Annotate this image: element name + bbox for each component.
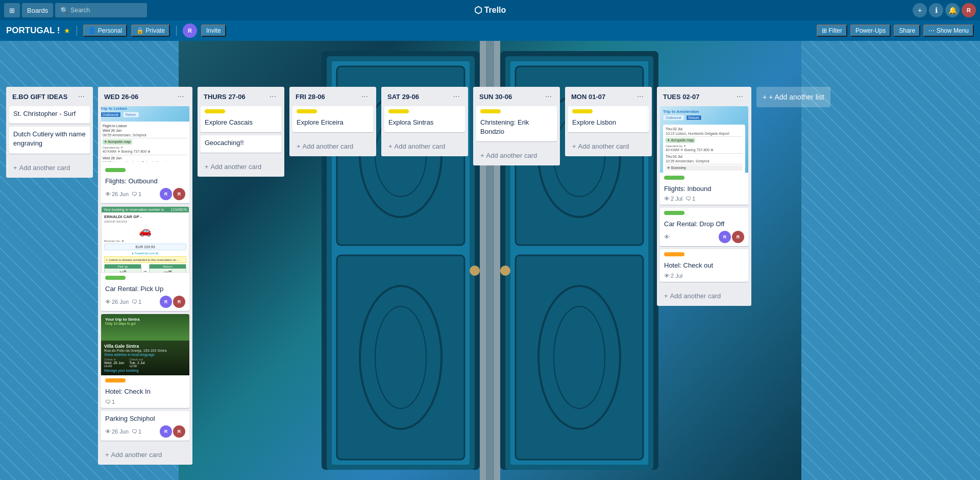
comment-icon: 🗨 1 [685,196,695,202]
add-list-button[interactable]: + + Add another list [756,87,830,107]
add-card-thurs[interactable]: + Add another card [201,160,281,174]
flight-image: Trip to Lisbon Outbound Return Flight to… [101,106,189,162]
card-label-sintras [388,109,409,113]
board-header-right: ⊞ Filter Power-Ups Share ⋯ Show Menu [817,25,974,37]
user-avatar[interactable]: R [962,3,976,17]
list-menu-mon[interactable]: ··· [635,91,646,102]
card-hotel-checkout[interactable]: Hotel: Check out 👁 2 Jul [660,249,748,281]
add-card-sat[interactable]: + Add another card [384,139,465,153]
home-icon: ⊞ [9,7,15,14]
list-menu-wed[interactable]: ··· [176,91,186,102]
card-dutch-cutlery[interactable]: Dutch Cutlery with name engraving [9,127,90,153]
list-fri: FRI 28-06 ··· Explore Ericeira + Add ano… [289,87,376,156]
list-cards-sat: Explora Sintras [381,104,468,137]
list-footer-sat: + Add another card [381,137,468,156]
card-geocaching[interactable]: Geocaching!! [201,135,281,153]
card-car-rental-pickup[interactable]: Your booking or reservation number is 12… [101,206,189,311]
nav-search-button[interactable]: 🔍 Search [55,3,147,17]
card-label-christening [480,109,501,113]
card-meta-parking: 👁 26 Jun 🗨 1 R R [105,425,185,438]
car-rental-image: Your booking or reservation number is 12… [101,206,189,273]
add-card-tues[interactable]: + Add another card [660,289,748,303]
share-button[interactable]: Share [894,25,920,37]
card-title-parking: Parking Schiphol [105,414,185,423]
visibility-badge[interactable]: 👤 Personal [83,25,127,37]
list-menu-tues[interactable]: ··· [734,91,745,102]
add-card-sun[interactable]: + Add another card [476,149,557,162]
card-flights-outbound[interactable]: Trip to Lisbon Outbound Return Flight to… [101,106,189,203]
add-card-wed[interactable]: + Add another card [101,448,189,462]
card-parking-schiphol[interactable]: Parking Schiphol 👁 26 Jun 🗨 1 R R [101,411,189,441]
card-avatars: R R [160,188,185,200]
card-flights-inbound[interactable]: Trip to Amsterdam Outbound Return Thu 02… [660,106,748,205]
plus-icon: + [572,142,576,150]
list-menu-fri[interactable]: ··· [359,91,370,102]
list-footer-ebo: + Add another card [6,159,93,178]
car-mock-image: Your booking or reservation number is 12… [101,206,189,273]
add-card-ebo[interactable]: + Add another card [9,161,90,175]
add-card-mon[interactable]: + Add another card [568,139,649,153]
add-card-fri[interactable]: + Add another card [292,139,373,153]
list-menu-sat[interactable]: ··· [451,91,462,102]
list-footer-fri: + Add another card [289,137,376,156]
card-christening[interactable]: Christening: Erik Bondzio [476,106,557,141]
privacy-badge[interactable]: 🔒 Private [131,25,170,37]
list-menu-thurs[interactable]: ··· [267,91,278,102]
list-mon: MON 01-07 ··· Explore Lisbon + Add anoth… [565,87,652,156]
card-label-ericeira [297,109,317,113]
boards-label: Boards [27,7,48,14]
card-meta-car: 👁 26 Jun 🗨 1 R R [105,296,185,308]
plus-icon: + [13,164,17,172]
visibility-icon: 👤 [88,27,96,34]
list-wed: WED 26-06 ··· Trip to Lisbon Outbound Re… [98,87,192,465]
bell-icon: 🔔 [948,6,957,14]
list-title-ebo: E.BO GIFT IDEAS [12,93,76,101]
nav-home-button[interactable]: ⊞ [4,3,20,17]
list-tues: TUES 02-07 ··· Trip to Amsterdam Outboun… [657,87,751,306]
notification-button[interactable]: 🔔 [945,3,960,17]
card-title-inbound: Flights: Inbound [664,184,744,194]
card-meta-checkout: 👁 2 Jul [664,273,744,279]
power-ups-button[interactable]: Power-Ups [850,25,891,37]
card-title: St. Christopher - Surf [13,109,86,118]
info-button[interactable]: ℹ [929,3,943,17]
hotel-image: Your trip to Sintra Only 10 days to go! … [101,314,189,375]
header-divider-1 [77,26,77,36]
more-button[interactable]: ⋯ Show Menu [923,25,974,37]
top-navigation: ⊞ Boards 🔍 Search ⬡ Trello + ℹ 🔔 R [0,0,980,20]
list-menu-sun[interactable]: ··· [543,91,554,102]
list-menu-ebo[interactable]: ··· [76,91,87,102]
nav-boards-button[interactable]: Boards [22,3,53,17]
card-label-car [105,276,126,280]
card-avatars-car: R R [160,296,185,308]
flight-mock-image: Trip to Lisbon Outbound Return Flight to… [101,106,189,162]
list-title-sun: SUN 30-06 [479,93,543,101]
card-meta-dropoff: 👁 R R [664,231,744,243]
list-footer-wed: + Add another card [98,446,192,465]
card-explore-lisbon[interactable]: Explore Lisbon [568,106,649,132]
list-title-thurs: THURS 27-06 [204,93,267,101]
card-hotel-checkin[interactable]: Your trip to Sintra Only 10 days to go! … [101,314,189,407]
card-car-dropoff[interactable]: Car Rental: Drop Off 👁 R R [660,208,748,246]
search-icon: 🔍 [60,7,68,14]
member-avatar-r[interactable]: R [183,23,197,38]
filter-button[interactable]: ⊞ Filter [817,25,847,37]
card-label-green [105,168,126,172]
invite-button[interactable]: Invite [201,25,226,37]
card-st-christopher[interactable]: St. Christopher - Surf [9,106,90,124]
card-title-car: Car Rental: Pick Up [105,284,185,294]
board-star[interactable]: ★ [64,27,70,35]
card-explore-cascais[interactable]: Explore Cascais [201,106,281,132]
add-button[interactable]: + [913,3,927,17]
card-title-dropoff: Car Rental: Drop Off [664,220,744,229]
plus-icon: + [205,163,209,171]
card-avatars-parking: R R [160,425,185,438]
plus-icon: + [388,142,393,150]
card-explore-ericeira[interactable]: Explore Ericeira [292,106,373,132]
more-icon: ⋯ [928,27,935,34]
card-body-car: Car Rental: Pick Up 👁 26 Jun 🗨 1 R R [101,273,189,311]
board-title: PORTUGAL ! [6,26,60,36]
card-label-checkout [664,252,684,256]
card-explora-sintras[interactable]: Explora Sintras [384,106,465,132]
card-title-hotel: Hotel: Check In [105,387,185,396]
